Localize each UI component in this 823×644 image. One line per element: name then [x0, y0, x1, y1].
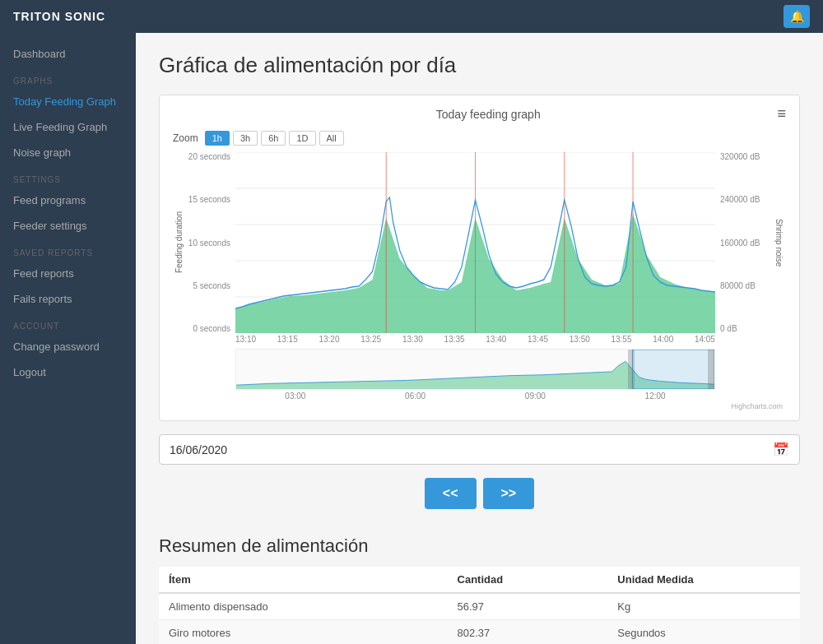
cell-unidad: Segundos [607, 620, 800, 645]
mini-x-tick-0300: 03:00 [285, 391, 305, 401]
sidebar-item-change-password[interactable]: Change password [0, 334, 136, 359]
sidebar: Dashboard GRAPHS Today Feeding Graph Liv… [0, 33, 136, 644]
sidebar-item-noise-graph[interactable]: Noise graph [0, 140, 136, 165]
table-row: Alimento dispensado 56.97 Kg [159, 593, 800, 620]
mini-x-tick-1200: 12:00 [645, 391, 666, 401]
x-tick-1335: 13:35 [444, 335, 465, 344]
zoom-controls: Zoom 1h 3h 6h 1D All [173, 131, 786, 146]
y-left-tick-3: 10 seconds [188, 239, 230, 248]
y-left-tick-1: 20 seconds [188, 152, 230, 161]
sidebar-item-fails-reports[interactable]: Fails reports [0, 286, 136, 312]
zoom-3h-button[interactable]: 3h [233, 131, 258, 146]
table-row: Giro motores 802.37 Segundos [159, 620, 800, 645]
zoom-1h-button[interactable]: 1h [205, 131, 230, 146]
x-tick-1325: 13:25 [360, 335, 381, 344]
x-tick-1400: 14:00 [653, 335, 673, 344]
main-content: Gráfica de alimentación por día Today fe… [136, 33, 823, 644]
x-tick-1310: 13:10 [235, 335, 256, 344]
y-left-tick-4: 5 seconds [193, 281, 230, 290]
svg-rect-12 [632, 350, 714, 389]
mini-x-tick-0900: 09:00 [525, 391, 546, 401]
sidebar-item-today-feeding-graph[interactable]: Today Feeding Graph [0, 89, 136, 114]
mini-chart[interactable] [235, 349, 715, 390]
x-tick-1320: 13:20 [319, 335, 339, 344]
col-header-unidad: Unidad Medida [607, 567, 800, 593]
y-right-tick-2: 240000 dB [720, 195, 760, 204]
y-left-axis-label: Feeding duration [174, 211, 184, 273]
cell-cantidad: 802.37 [448, 620, 608, 645]
sidebar-section-saved-reports: SAVED REPORTS [0, 239, 136, 261]
mini-chart-right-handle[interactable] [708, 350, 714, 389]
summary-table: Ítem Cantidad Unidad Medida Alimento dis… [159, 567, 800, 644]
sidebar-item-feed-reports[interactable]: Feed reports [0, 261, 136, 286]
calendar-icon[interactable]: 📅 [773, 442, 789, 457]
next-button[interactable]: >> [483, 478, 535, 509]
y-right-tick-4: 80000 dB [720, 281, 756, 290]
col-header-item: Ítem [159, 567, 448, 593]
sidebar-item-dashboard[interactable]: Dashboard [0, 41, 136, 67]
notification-bell-button[interactable]: 🔔 [783, 5, 810, 28]
y-right-tick-3: 160000 dB [720, 239, 760, 248]
sidebar-section-settings: SETTINGS [0, 165, 136, 188]
sidebar-item-feeder-settings[interactable]: Feeder settings [0, 213, 136, 239]
highcharts-credit: Highcharts.com [173, 402, 786, 410]
cell-item: Giro motores [159, 620, 448, 645]
x-tick-1405: 14:05 [695, 335, 715, 344]
y-axis-left: 20 seconds 15 seconds 10 seconds 5 secon… [184, 152, 235, 333]
chart-container: Today feeding graph ≡ Zoom 1h 3h 6h 1D A… [159, 95, 800, 421]
mini-x-axis: 03:00 06:00 09:00 12:00 [235, 390, 715, 402]
chart-svg [235, 152, 715, 333]
cell-unidad: Kg [607, 593, 800, 620]
x-tick-1355: 13:55 [611, 335, 631, 344]
cell-cantidad: 56.97 [448, 593, 608, 620]
zoom-6h-button[interactable]: 6h [261, 131, 286, 146]
mini-x-tick-0600: 06:00 [405, 391, 425, 401]
sidebar-section-graphs: GRAPHS [0, 67, 136, 89]
sidebar-item-live-feeding-graph[interactable]: Live Feeding Graph [0, 114, 136, 140]
zoom-all-button[interactable]: All [319, 131, 344, 146]
chart-title: Today feeding graph [199, 108, 777, 121]
cell-item: Alimento dispensado [159, 593, 448, 620]
y-left-tick-2: 15 seconds [188, 195, 230, 204]
sidebar-item-logout[interactable]: Logout [0, 359, 136, 385]
sidebar-section-account: ACCOUNT [0, 312, 136, 334]
x-tick-1330: 13:30 [402, 335, 423, 344]
y-left-tick-5: 0 seconds [193, 324, 230, 333]
date-picker-row: 16/06/2020 📅 [159, 434, 800, 465]
y-axis-right: 320000 dB 240000 dB 160000 dB 80000 dB 0… [715, 152, 774, 333]
app-title: TRITON SONIC [13, 10, 105, 23]
prev-button[interactable]: << [425, 478, 477, 509]
x-tick-1315: 13:15 [277, 335, 298, 344]
y-right-tick-5: 0 dB [720, 324, 737, 333]
top-bar: TRITON SONIC 🔔 [0, 0, 823, 33]
x-tick-1340: 13:40 [486, 335, 506, 344]
sidebar-item-feed-programs[interactable]: Feed programs [0, 188, 136, 213]
layout: Dashboard GRAPHS Today Feeding Graph Liv… [0, 33, 823, 644]
zoom-1d-button[interactable]: 1D [289, 131, 315, 146]
chart-menu-button[interactable]: ≡ [777, 105, 786, 123]
page-title: Gráfica de alimentación por día [159, 53, 800, 78]
zoom-label: Zoom [173, 132, 198, 144]
x-tick-1350: 13:50 [570, 335, 590, 344]
mini-chart-left-handle[interactable] [628, 350, 635, 389]
date-value: 16/06/2020 [170, 443, 227, 456]
col-header-cantidad: Cantidad [448, 567, 608, 593]
mini-chart-wrapper: 03:00 06:00 09:00 12:00 [173, 349, 786, 402]
x-tick-1345: 13:45 [528, 335, 548, 344]
nav-buttons: << >> [159, 478, 800, 509]
x-axis: 13:10 13:15 13:20 13:25 13:30 13:35 13:4… [173, 335, 786, 344]
y-right-axis-label: Shrimp noise [774, 219, 783, 266]
y-right-tick-1: 320000 dB [720, 152, 760, 161]
chart-header: Today feeding graph ≡ [173, 105, 786, 123]
summary-title: Resumen de alimentación [159, 535, 800, 557]
